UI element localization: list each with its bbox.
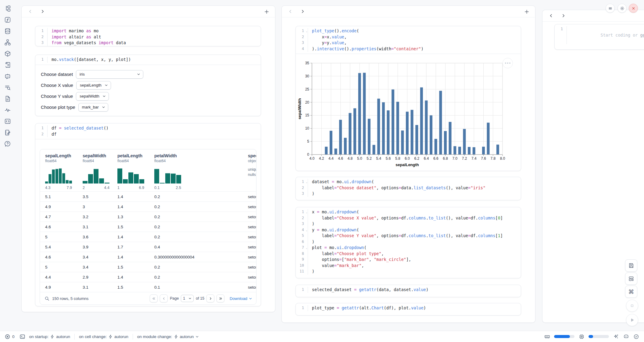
choose-plot-type-dropdown[interactable]: mark_bar	[78, 103, 108, 112]
copilot-icon[interactable]	[623, 333, 629, 340]
code-line[interactable]: 1 Start coding or generate with AI	[555, 26, 644, 44]
search-icon[interactable]	[45, 296, 49, 301]
notebook-edit-icon[interactable]	[4, 129, 11, 136]
file-tree-icon[interactable]	[4, 5, 11, 12]
fold-chevron-icon[interactable]: ⌄	[306, 209, 307, 216]
run-setting-1[interactable]: on startup:autorun	[29, 334, 70, 339]
empty-code-cell[interactable]: 1 Start coding or generate with AI	[554, 24, 644, 50]
code-line[interactable]: 1plot_type = getattr(alt.Chart(df), plot…	[296, 305, 521, 311]
script-icon[interactable]	[4, 61, 11, 69]
code-line[interactable]: 1df = selected_dataset()	[35, 125, 261, 131]
code-line[interactable]: 1⌄plot_type().encode(	[296, 28, 521, 34]
first-page-button[interactable]	[150, 294, 158, 302]
column-histogram[interactable]	[117, 166, 154, 185]
next-page-button[interactable]	[206, 294, 214, 302]
choose-y-value-dropdown[interactable]: sepalWidth	[76, 92, 109, 101]
menu-button[interactable]	[606, 4, 615, 13]
code-line[interactable]: 1⌄dataset = mo.ui.dropdown(	[296, 179, 521, 185]
code-line[interactable]: 8 label="Choose plot type",	[296, 251, 521, 257]
table-row[interactable]: 5.13.51.40.2setos	[40, 191, 256, 201]
code-cell-dataset-dropdown[interactable]: 1⌄dataset = mo.ui.dropdown(2 label="Choo…	[295, 177, 521, 200]
code-line[interactable]: 3)	[296, 191, 521, 197]
document-icon[interactable]	[4, 95, 11, 102]
chevron-left-icon[interactable]	[288, 9, 292, 14]
help-icon[interactable]	[4, 140, 11, 148]
fold-chevron-icon[interactable]: ⌄	[306, 227, 307, 233]
code-cell-imports[interactable]: 1import marimo as mo2import altair as al…	[35, 26, 261, 46]
prev-page-button[interactable]	[160, 294, 168, 302]
code-line[interactable]: 10 value="mark_bar",	[296, 263, 521, 269]
fold-chevron-icon[interactable]: ⌄	[306, 179, 307, 185]
search-list-icon[interactable]	[4, 84, 11, 91]
table-column-header[interactable]: petalLengthfloat6416.9	[117, 153, 154, 190]
generate-link[interactable]: generate	[640, 33, 644, 37]
code-line[interactable]: 9 options=["mark_bar", "mark_circle"],	[296, 257, 521, 263]
run-button[interactable]	[626, 314, 638, 326]
code-cell-selected-dataset[interactable]: 1selected_dataset = getattr(data, datase…	[295, 285, 521, 297]
table-column-header[interactable]: sepalLengthfloat644.37.9	[45, 153, 83, 190]
command-palette-button[interactable]: ⌘	[625, 286, 637, 298]
choose-x-value-dropdown[interactable]: sepalLength	[76, 81, 111, 90]
code-line[interactable]: 1⌄x = mo.ui.dropdown(	[296, 209, 521, 215]
code-line[interactable]: 4⌄y = mo.ui.dropdown(	[296, 227, 521, 233]
table-row[interactable]: 4.63.41.40.3000000000000004setos	[40, 252, 256, 262]
table-row[interactable]: 53.61.40.2setos	[40, 232, 256, 242]
terminal-icon[interactable]	[20, 333, 26, 340]
save-button[interactable]	[625, 259, 637, 272]
run-setting-3[interactable]: on module change:autorun	[137, 334, 199, 339]
code-line[interactable]: 3)	[296, 221, 521, 227]
code-line[interactable]: 2 label="Choose X value", options=df.col…	[296, 215, 521, 221]
chevron-right-icon[interactable]	[40, 9, 45, 14]
code-cell-vstack[interactable]: 1mo.vstack([dataset, x, y, plot]) Choose…	[35, 55, 261, 116]
chat-bot-icon[interactable]	[4, 73, 11, 80]
code-line[interactable]: 3 y=y.value,	[296, 40, 521, 46]
code-line[interactable]: 1selected_dataset = getattr(data, datase…	[296, 287, 521, 293]
table-column-header[interactable]: sepalWidthfloat6424.4	[83, 153, 117, 190]
add-cell-button[interactable]	[264, 9, 269, 14]
code-line[interactable]: 2import altair as alt	[35, 34, 261, 40]
column-histogram[interactable]	[45, 166, 83, 185]
code-line[interactable]: 2df	[35, 131, 261, 137]
code-line[interactable]: 4).interactive().properties(width="conta…	[296, 46, 521, 52]
page-select[interactable]: 1	[181, 295, 194, 302]
code-snippet-icon[interactable]	[4, 118, 11, 125]
chevron-left-icon[interactable]	[549, 14, 553, 18]
fold-chevron-icon[interactable]: ⌄	[306, 245, 307, 251]
code-cell-plot[interactable]: 1⌄plot_type().encode(2 x=x.value,3 y=y.v…	[295, 26, 521, 171]
code-line[interactable]: 2 x=x.value,	[296, 34, 521, 40]
code-line[interactable]: 7⌄plot = mo.ui.dropdown(	[296, 245, 521, 251]
code-line[interactable]: 3from vega_datasets import data	[35, 40, 261, 46]
table-row[interactable]: 4.93.11.50.1setos	[40, 282, 256, 292]
code-cell-plot-type[interactable]: 1plot_type = getattr(alt.Chart(df), plot…	[295, 303, 521, 315]
chevron-right-icon[interactable]	[561, 14, 565, 18]
package-icon[interactable]	[4, 50, 11, 57]
column-histogram[interactable]	[154, 166, 248, 185]
table-row[interactable]: 4.73.21.30.2setos	[40, 212, 256, 222]
table-row[interactable]: 4.931.40.2setos	[40, 201, 256, 212]
table-column-header[interactable]: petalWidthfloat640.12.5	[154, 153, 248, 190]
code-line[interactable]: 5 label="Choose Y value", options=df.col…	[296, 233, 521, 239]
sitemap-icon[interactable]	[4, 39, 11, 46]
bar-chart[interactable]: 4.04.24.44.64.85.05.25.45.65.86.06.26.46…	[296, 54, 521, 171]
choose-dataset-dropdown[interactable]: iris	[76, 70, 143, 79]
code-cell-xy-dropdowns[interactable]: 1⌄x = mo.ui.dropdown(2 label="Choose X v…	[295, 207, 521, 278]
connection-status-icon[interactable]	[633, 333, 639, 340]
database-icon[interactable]	[4, 27, 11, 35]
chevron-right-icon[interactable]	[300, 9, 305, 14]
table-row[interactable]: 4.42.91.40.2setos	[40, 272, 256, 282]
code-line[interactable]: 2 label="Choose dataset", options=data.l…	[296, 185, 521, 191]
activity-icon[interactable]	[4, 106, 11, 114]
run-setting-2[interactable]: on cell change:autorun	[79, 334, 128, 339]
fold-chevron-icon[interactable]: ⌄	[306, 28, 307, 34]
table-row[interactable]: 5.43.91.70.4setos	[40, 242, 256, 252]
code-line[interactable]: 6)	[296, 239, 521, 245]
settings-gear-button[interactable]	[617, 4, 627, 13]
chart-actions-button[interactable]	[503, 58, 513, 68]
code-cell-dataframe[interactable]: 1df = selected_dataset()2df sepalLengthf…	[35, 123, 261, 306]
column-histogram[interactable]	[83, 166, 117, 185]
table-row[interactable]: 4.63.11.50.2setos	[40, 222, 256, 232]
code-line[interactable]: 11)	[296, 269, 521, 275]
layout-grid-button[interactable]	[625, 273, 637, 285]
function-icon[interactable]	[4, 16, 11, 23]
stop-button[interactable]	[626, 300, 638, 312]
